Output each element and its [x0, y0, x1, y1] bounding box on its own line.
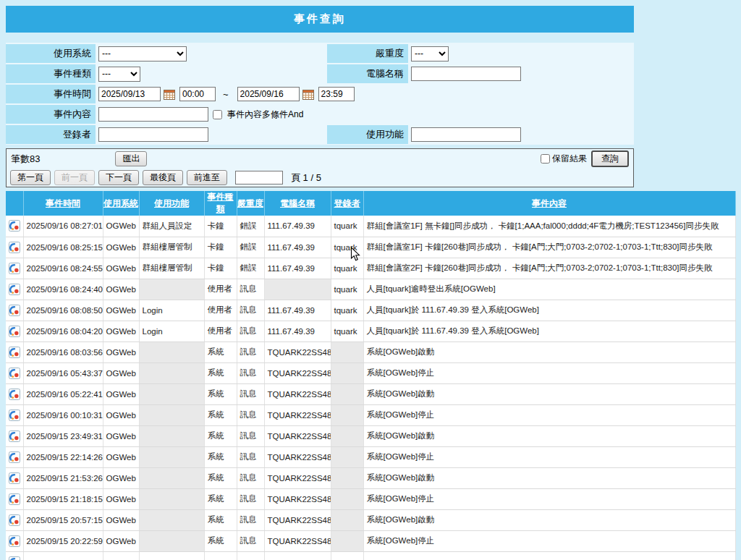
next-page-button[interactable]: 下一頁	[98, 170, 139, 185]
cell-computer	[264, 279, 331, 300]
event-detail-icon[interactable]	[6, 467, 23, 488]
cell-event-time: 2025/09/16 08:08:50	[23, 300, 103, 321]
cell-computer: TQUARK22SS48	[264, 530, 331, 551]
cell-content: 系統[OGWeb]啟動	[363, 341, 735, 362]
cell-severity: 訊息	[237, 300, 264, 321]
column-header-1[interactable]: 事件時間	[23, 191, 103, 216]
cell-logger	[331, 509, 363, 530]
event-table-header-row: 事件時間使用系統使用功能事件種類嚴重度電腦名稱登錄者事件內容	[6, 191, 735, 216]
event-detail-icon[interactable]	[6, 425, 23, 446]
cell-logger: tquark	[331, 258, 363, 279]
column-header-8[interactable]: 事件內容	[363, 191, 735, 216]
keep-results-checkbox[interactable]	[541, 154, 550, 164]
cell-event-time: 2025/09/16 08:04:20	[23, 321, 103, 341]
event-detail-icon[interactable]	[6, 341, 23, 362]
event-detail-icon[interactable]	[6, 404, 23, 425]
cell-logger: tquark	[331, 279, 363, 300]
filter-row-kind-computer: 事件種類 --- 電腦名稱	[6, 64, 634, 83]
cell-logger: tquark	[331, 300, 363, 321]
calendar-icon-end[interactable]	[302, 88, 316, 100]
cell-content: 系統[OGWeb]停止	[363, 446, 735, 467]
content-and-checkbox[interactable]	[213, 110, 222, 119]
cell-content: 系統[OGWeb]啟動	[363, 467, 735, 488]
event-detail-icon[interactable]	[6, 530, 23, 551]
cell-severity: 訊息	[237, 341, 264, 362]
cell-computer: 111.67.49.39	[264, 216, 331, 237]
start-date-input[interactable]	[98, 87, 161, 101]
cell-logger: tquark	[331, 216, 363, 237]
cell-severity: 訊息	[237, 321, 264, 341]
cell-function	[139, 446, 204, 467]
cell-content: 系統[OGWeb]啟動	[363, 509, 735, 530]
end-date-input[interactable]	[237, 87, 300, 101]
column-header-5[interactable]: 嚴重度	[237, 191, 264, 216]
event-detail-icon[interactable]	[6, 383, 23, 404]
cell-event-time: 2025/09/16 08:24:40	[23, 279, 103, 300]
event-table-body: 2025/09/16 08:27:01OGWeb群組人員設定卡鐘錯誤111.67…	[6, 216, 735, 560]
prev-page-button[interactable]: 前一頁	[54, 170, 95, 185]
severity-select[interactable]: ---	[411, 46, 449, 61]
cell-content: 系統[OGWeb]啟動	[363, 425, 735, 446]
severity-label: 嚴重度	[327, 44, 408, 63]
event-detail-icon[interactable]	[6, 258, 23, 279]
cell-computer: 111.67.49.39	[264, 321, 331, 341]
table-row	[6, 551, 735, 560]
table-row: 2025/09/15 22:14:26OGWeb系統訊息TQUARK22SS48…	[6, 446, 735, 467]
column-header-4[interactable]: 事件種類	[204, 191, 237, 216]
cell-kind: 系統	[204, 446, 237, 467]
logger-input[interactable]	[98, 127, 208, 142]
cell-event-time: 2025/09/15 22:14:26	[23, 446, 103, 467]
system-select[interactable]: ---	[98, 46, 187, 61]
event-detail-icon[interactable]	[6, 446, 23, 467]
first-page-button[interactable]: 第一頁	[10, 170, 51, 185]
page-title: 事件查詢	[294, 12, 346, 26]
column-header-6[interactable]: 電腦名稱	[264, 191, 331, 216]
table-row: 2025/09/16 00:10:31OGWeb系統訊息TQUARK22SS48…	[6, 404, 735, 425]
column-header-2[interactable]: 使用系統	[103, 191, 139, 216]
cell-content: 系統[OGWeb]停止	[363, 530, 735, 551]
query-button[interactable]: 查詢	[591, 150, 629, 167]
cell-system: OGWeb	[103, 404, 139, 425]
cell-system: OGWeb	[103, 258, 139, 279]
goto-page-button[interactable]: 前進至	[187, 170, 227, 185]
last-page-button[interactable]: 最後頁	[143, 170, 183, 185]
event-kind-select[interactable]: ---	[98, 67, 140, 82]
cell-system: OGWeb	[103, 530, 139, 551]
event-detail-icon[interactable]	[6, 279, 23, 300]
cell-function: Login	[139, 300, 204, 321]
export-button[interactable]: 匯出	[115, 151, 147, 166]
event-detail-icon[interactable]	[6, 509, 23, 530]
event-detail-icon[interactable]	[6, 300, 23, 321]
goto-page-input[interactable]	[235, 171, 283, 184]
event-detail-icon[interactable]	[6, 237, 23, 258]
calendar-icon-start[interactable]	[164, 88, 177, 100]
event-detail-icon[interactable]	[6, 216, 23, 237]
function-input[interactable]	[411, 127, 521, 142]
end-time-input[interactable]	[318, 87, 355, 101]
cell-event-time: 2025/09/16 00:10:31	[23, 404, 103, 425]
event-detail-icon[interactable]	[6, 362, 23, 383]
column-header-3[interactable]: 使用功能	[139, 191, 204, 216]
computer-name-input[interactable]	[411, 67, 521, 81]
cell-kind: 使用者	[204, 321, 237, 341]
cell-severity: 訊息	[237, 467, 264, 488]
cell-logger: tquark	[331, 321, 363, 341]
page-indicator: 頁 1 / 5	[291, 171, 321, 184]
event-content-input[interactable]	[98, 107, 208, 122]
event-detail-icon[interactable]	[6, 551, 23, 560]
cell-kind: 系統	[204, 404, 237, 425]
start-time-input[interactable]	[179, 87, 216, 101]
table-row: 2025/09/16 08:24:40OGWeb使用者訊息tquark人員[tq…	[6, 279, 735, 300]
cell-system: OGWeb	[103, 279, 139, 300]
cell-severity: 訊息	[237, 425, 264, 446]
column-header-7[interactable]: 登錄者	[331, 191, 363, 216]
cell-content	[363, 551, 735, 560]
event-detail-icon[interactable]	[6, 488, 23, 509]
title-bar: 事件查詢	[6, 6, 634, 33]
cell-function	[139, 488, 204, 509]
event-detail-icon[interactable]	[6, 321, 23, 341]
cell-computer: TQUARK22SS48	[264, 341, 331, 362]
cell-computer: TQUARK22SS48	[264, 467, 331, 488]
cell-function	[139, 509, 204, 530]
cell-event-time: 2025/09/16 08:25:15	[23, 237, 103, 258]
